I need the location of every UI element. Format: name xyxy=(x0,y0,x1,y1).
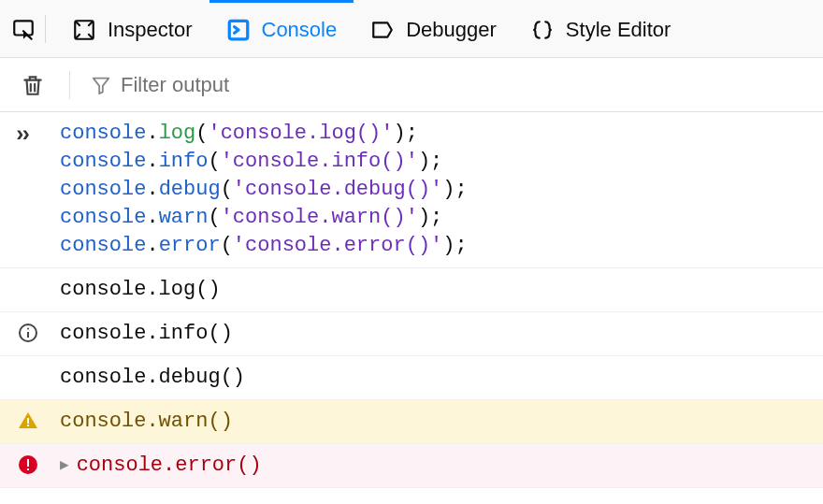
funnel-icon xyxy=(91,75,111,95)
filter-placeholder: Filter output xyxy=(121,73,229,97)
svg-point-11 xyxy=(27,328,29,330)
devtools-toolbar: Inspector Console Debugger Style Editor xyxy=(0,0,823,58)
info-text: console.info() xyxy=(60,320,823,348)
svg-rect-15 xyxy=(27,459,29,467)
console-filterbar: Filter output xyxy=(0,58,823,112)
log-text: console.log() xyxy=(60,276,823,304)
tab-inspector-label: Inspector xyxy=(108,18,193,42)
error-text: console.error() xyxy=(77,452,262,480)
error-icon xyxy=(17,452,60,476)
console-log-row[interactable]: console.log() xyxy=(0,268,823,312)
code-line: console.error('console.error()'); xyxy=(60,232,812,260)
tab-style-editor-label: Style Editor xyxy=(566,18,671,42)
code-line: console.log('console.log()'); xyxy=(60,120,812,148)
tab-debugger[interactable]: Debugger xyxy=(354,0,513,58)
code-line: console.info('console.info()'); xyxy=(60,148,812,176)
log-gutter xyxy=(17,276,60,278)
code-line: console.warn('console.warn()'); xyxy=(60,204,812,232)
svg-rect-12 xyxy=(27,418,29,424)
console-input-content: console.log('console.log()');console.inf… xyxy=(60,120,823,260)
disclosure-triangle-icon[interactable]: ▶ xyxy=(60,452,69,480)
console-rows: ›› console.log('console.log()');console.… xyxy=(0,112,823,488)
console-info-row[interactable]: console.info() xyxy=(0,312,823,356)
tab-console-label: Console xyxy=(262,18,338,42)
picker-icon[interactable] xyxy=(11,17,36,41)
tab-console[interactable]: Console xyxy=(209,0,354,58)
clear-console-button[interactable] xyxy=(17,69,49,101)
divider xyxy=(69,71,70,99)
console-warn-row[interactable]: console.warn() xyxy=(0,400,823,444)
console-input-row[interactable]: ›› console.log('console.log()');console.… xyxy=(0,112,823,268)
debugger-icon xyxy=(370,18,395,42)
tab-inspector[interactable]: Inspector xyxy=(55,0,209,58)
style-editor-icon xyxy=(530,18,555,42)
warn-icon xyxy=(17,408,60,432)
console-error-row[interactable]: ▶ console.error() xyxy=(0,444,823,488)
tab-debugger-label: Debugger xyxy=(406,18,497,42)
svg-rect-13 xyxy=(27,425,29,426)
inspector-icon xyxy=(72,18,96,42)
svg-rect-16 xyxy=(27,468,29,470)
error-content: ▶ console.error() xyxy=(60,452,823,480)
divider xyxy=(45,15,46,43)
info-icon xyxy=(17,320,60,344)
console-icon xyxy=(226,18,251,42)
tab-style-editor[interactable]: Style Editor xyxy=(513,0,688,58)
warn-text: console.warn() xyxy=(60,408,823,436)
debug-gutter xyxy=(17,364,60,366)
code-line: console.debug('console.debug()'); xyxy=(60,176,812,204)
filter-input[interactable]: Filter output xyxy=(91,73,806,97)
input-prompt-icon: ›› xyxy=(17,120,60,150)
console-debug-row[interactable]: console.debug() xyxy=(0,356,823,400)
debug-text: console.debug() xyxy=(60,364,823,392)
